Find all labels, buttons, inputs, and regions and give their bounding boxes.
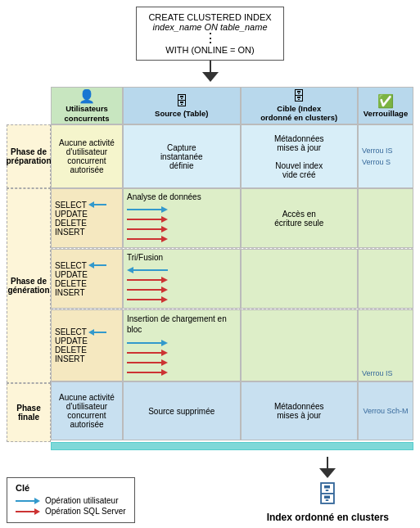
- red-arrow-1c: [127, 235, 168, 243]
- phase-gen-label: Phase de génération: [7, 188, 51, 383]
- gen-sub2-util: SELECT UPDATE DELETE INSERT: [51, 249, 123, 309]
- red-arrow-2c: [127, 296, 168, 304]
- gen-sub2-src: Tri/Fusion: [123, 249, 241, 309]
- arrow-left-blue-3: [88, 328, 106, 336]
- prep-cible-cell: Métadonnées mises à jour Nouvel index vi…: [241, 124, 359, 188]
- sql-dots: ⋮: [148, 32, 271, 45]
- red-arrow-3a: [127, 349, 168, 357]
- prep-source-cell: Capture instantanée définie: [123, 124, 241, 188]
- phase-prep-label: Phase de préparation: [7, 124, 51, 188]
- prep-util-cell: Aucune activité d'utilisateur concurrent…: [51, 124, 123, 188]
- insert-text-2: INSERT: [55, 288, 119, 297]
- legend-box: Clé Opération utilisateur Opération SQL …: [7, 477, 135, 523]
- cible-icon: 🗄: [292, 89, 305, 104]
- gen-verrou-is: Verrou IS: [362, 369, 393, 377]
- utilisateurs-icon: 👤: [79, 88, 95, 104]
- verrouillage-icon: ✅: [377, 93, 394, 109]
- delete-text-2: DELETE: [55, 279, 119, 288]
- source-icon: 🗄: [175, 94, 188, 109]
- gen-sub1-verr: [358, 188, 413, 248]
- arrow-left-blue-2: [88, 261, 106, 269]
- gen-sub3-src: Insertion de chargement en bloc: [123, 309, 241, 381]
- source-header-text: Source (Table): [155, 109, 208, 118]
- delete-text-3: DELETE: [55, 345, 119, 354]
- legend-blue-row: Opération utilisateur: [16, 496, 126, 505]
- gen-sub1-cible: Accès en écriture seule: [241, 188, 359, 248]
- header-cible: 🗄 Cible (Index ordonné en clusters): [241, 87, 359, 124]
- blue-arrow-left-2: [127, 266, 168, 274]
- fin-verr-cell: Verrou Sch-M: [358, 381, 413, 440]
- gen-sub1-row: SELECT UPDATE DELETE INSERT Analyse de d…: [51, 188, 413, 249]
- finale-row: Aucune activité d'utilisateur concurrent…: [51, 381, 413, 440]
- update-text-2: UPDATE: [55, 270, 119, 279]
- gen-sub1-src: Analyse de données: [123, 188, 241, 248]
- verrou-s-badge: Verrou S: [362, 158, 391, 166]
- legend-red-arrow: [16, 508, 40, 516]
- insertion-label: Insertion de chargement en bloc: [127, 314, 237, 335]
- cyan-bar: [51, 442, 413, 450]
- gen-sub3-verr: Verrou IS: [358, 309, 413, 381]
- blue-arrow-right-3: [127, 339, 168, 347]
- verrou-is-badge: Verrou IS: [362, 147, 393, 155]
- red-arrow-3b: [127, 359, 168, 367]
- legend-blue-label: Opération utilisateur: [45, 496, 119, 505]
- legend-red-label: Opération SQL Server: [45, 507, 126, 516]
- sql-line3: WITH (ONLINE = ON): [148, 45, 271, 55]
- delete-text-1: DELETE: [55, 219, 119, 228]
- red-arrow-3c: [127, 368, 168, 377]
- blue-arrow-right-1: [127, 205, 168, 214]
- red-arrow-2b: [127, 286, 168, 294]
- phase-labels-column: Phase de préparation Phase de génération…: [7, 87, 51, 450]
- legend-blue-arrow: [16, 497, 40, 505]
- update-text-3: UPDATE: [55, 336, 119, 345]
- verrouillage-header-text: Verrouillage: [364, 109, 408, 118]
- fin-verrou-badge: Verrou Sch-M: [363, 407, 408, 415]
- gen-sub3-row: SELECT UPDATE DELETE INSERT Insertion de…: [51, 309, 413, 381]
- gen-sub2-cible: [241, 249, 359, 309]
- select-text-2: SELECT: [55, 261, 87, 270]
- final-index-icon: 🗄: [316, 481, 339, 508]
- legend-red-row: Opération SQL Server: [16, 507, 126, 516]
- fin-source-cell: Source supprimée: [123, 381, 241, 440]
- red-arrow-2a: [127, 276, 168, 284]
- update-text-1: UPDATE: [55, 210, 119, 219]
- gen-sub1-util: SELECT UPDATE DELETE INSERT: [51, 188, 123, 248]
- cible-header-text: Cible (Index ordonné en clusters): [260, 104, 337, 123]
- prep-verr-cell: Verrou IS Verrou S: [358, 124, 413, 188]
- tri-fusion-label: Tri/Fusion: [127, 253, 163, 262]
- final-index-label: Index ordonné en clusters: [267, 512, 389, 523]
- sql-line1: CREATE CLUSTERED INDEX: [148, 12, 271, 22]
- select-text-3: SELECT: [55, 327, 87, 336]
- utilisateurs-header-text: Utilisateurs concurrents: [54, 104, 120, 123]
- fin-util-cell: Aucune activité d'utilisateur concurrent…: [51, 381, 123, 440]
- insert-text-3: INSERT: [55, 354, 119, 363]
- insert-text-1: INSERT: [55, 228, 119, 237]
- sql-box: CREATE CLUSTERED INDEX index_name ON tab…: [136, 7, 283, 61]
- prep-row: Aucune activité d'utilisateur concurrent…: [51, 124, 413, 188]
- header-utilisateurs: 👤 Utilisateurs concurrents: [51, 87, 123, 124]
- fin-cible-cell: Métadonnées mises à jour: [241, 381, 359, 440]
- header-verrouillage: ✅ Verrouillage: [358, 87, 413, 124]
- red-arrow-1a: [127, 215, 168, 223]
- headers-row: 👤 Utilisateurs concurrents 🗄 Source (Tab…: [51, 87, 413, 124]
- header-source: 🗄 Source (Table): [123, 87, 241, 124]
- gen-sub2-verr: [358, 249, 413, 309]
- select-text-1: SELECT: [55, 201, 87, 210]
- final-index-section: 🗄 Index ordonné en clusters: [267, 457, 389, 523]
- legend-title: Clé: [16, 483, 126, 493]
- gen-sub3-cible: [241, 309, 359, 381]
- arrow-left-blue-1: [88, 201, 106, 209]
- gen-sub2-row: SELECT UPDATE DELETE INSERT Tri/Fusion: [51, 249, 413, 309]
- gen-sub3-util: SELECT UPDATE DELETE INSERT: [51, 309, 123, 381]
- red-arrow-1b: [127, 225, 168, 233]
- analyse-label: Analyse de données: [127, 192, 201, 201]
- phase-finale-label: Phase finale: [7, 383, 51, 442]
